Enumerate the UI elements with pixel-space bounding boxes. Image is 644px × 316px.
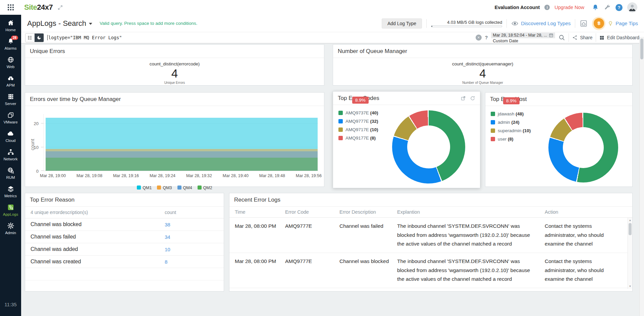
legend-item[interactable]: admin (24) [491,120,632,125]
table-row: Channel was added10 [25,243,224,256]
sidebar-item-applogs[interactable]: AppLogs [0,201,21,219]
x-tick-label: Mar 28, 19:40 [223,173,249,178]
eye-icon [511,20,519,27]
open-in-new-icon[interactable] [461,96,466,101]
share-button[interactable]: Share [572,35,592,40]
sidebar-item-home[interactable]: Home [0,16,21,35]
query-bar-controls: ? Mar 28, 18:52:04 - Mar 28, ... Custom … [476,32,639,43]
sidebar-item-apm[interactable]: APM [0,71,21,90]
expand-icon[interactable] [57,5,63,10]
date-range-picker[interactable]: Mar 28, 18:52:04 - Mar 28, ... Custom Da… [491,32,555,43]
list-view-icon[interactable] [25,34,35,42]
count-link[interactable]: 38 [165,222,218,227]
divider [569,33,569,42]
search-query-input[interactable]: logtype="IBM MQ Error Logs" [47,35,476,40]
page-scrollbar[interactable] [639,37,644,316]
column-header: Time [235,209,285,215]
sidebar-item-label: Metrics [4,194,17,198]
notifications-bell-icon[interactable] [592,4,599,11]
legend-swatch [338,136,343,140]
legend-item[interactable]: AMQ9737E (40) [338,110,480,115]
sidebar-item-vmware[interactable]: VMware [0,108,21,127]
legend-swatch [491,120,495,124]
alarms-badge: 28 [11,36,18,40]
dashboard-home-icon[interactable] [580,19,588,28]
sidebar-item-cloud[interactable]: Cloud [0,127,21,145]
legend-swatch [198,186,202,190]
error-code-cell: AMQ9777E [285,222,339,249]
page-title[interactable]: AppLogs - Search [27,19,92,28]
legend-item[interactable]: QM1 [137,186,152,190]
legend-swatch [491,137,495,141]
info-icon[interactable] [544,5,550,10]
table-scrollbar[interactable]: ▲ ▼ [628,218,632,289]
sidebar-item-alarms[interactable]: 28 Alarms [0,35,21,53]
cloud-icon [7,130,14,137]
page-scrollbar-thumb[interactable] [640,39,643,59]
page-tips[interactable]: Page Tips [592,17,638,30]
share-label: Share [580,35,592,40]
site24x7-logo[interactable]: Site24x7 [24,3,53,12]
table-row[interactable]: Mar 28, 08:00 PMAMQ9777EChannel was fail… [229,218,628,253]
donut-callout: 8.9% [352,97,369,104]
edit-dashboard-button[interactable]: Edit Dashboard [599,35,639,40]
widget-top-error-codes: Top Error Codes AMQ9737E (40)AMQ9777E (3… [333,91,480,188]
network-icon [7,148,14,156]
sidebar-item-admin[interactable]: Admin [0,219,21,238]
upgrade-now-link[interactable]: Upgrade Now [554,5,584,10]
sidebar-item-web[interactable]: Web [0,53,21,71]
widget-unique-errors: Unique Errors count_distinct(errorcode) … [25,44,324,86]
y-tick-label: 20 [34,121,39,126]
header-actions: Add Log Type 4.03 MB/5 GB logs collected… [382,17,638,30]
legend-item[interactable]: superadmin (10) [491,128,632,133]
donut-callout: 8.9% [503,97,520,104]
help-icon[interactable] [615,4,623,11]
date-mode-label: Custom Date [491,38,555,43]
table-row[interactable]: Mar 28, 08:00 PMAMQ9777EChannel was bloc… [229,253,628,288]
legend-item[interactable]: AMQ9717E (10) [338,127,480,132]
add-log-type-button[interactable]: Add Log Type [382,18,422,29]
scrollbar-thumb[interactable] [629,223,632,235]
sidebar-item-rum[interactable]: RUM [0,164,21,182]
scroll-up-icon[interactable]: ▲ [628,219,632,222]
count-link[interactable]: 10 [165,247,218,252]
query-status-message: Valid query. Press space to add more con… [100,21,197,26]
refresh-icon[interactable] [470,96,475,101]
chart-view-icon[interactable] [35,34,44,42]
table-row: Channel was failed34 [25,231,224,243]
query-text: logtype="IBM MQ Error Logs" [48,35,122,40]
widget-recent-error-logs: Recent Error Logs Time Error Code Error … [229,193,633,292]
app-launcher-icon[interactable] [7,4,14,11]
clear-query-icon[interactable] [476,35,482,41]
table-row: Channel was created8 [25,256,224,268]
sidebar-item-server[interactable]: Server [0,90,21,108]
avatar[interactable] [627,2,637,12]
legend-item[interactable]: QM3 [157,186,172,190]
search-icon[interactable] [558,34,565,41]
topbar-right: Evaluation Account Upgrade Now [495,2,637,12]
scroll-down-icon[interactable]: ▼ [628,285,632,288]
discovered-log-types-link[interactable]: Discovered Log Types [511,20,571,27]
usage-meter: 4.03 MB/5 GB logs collected [431,20,502,27]
legend-item[interactable]: AMQ9777E (32) [338,119,480,124]
page-title-text: AppLogs - Search [27,19,86,28]
sidebar-item-label: Cloud [5,139,15,143]
legend-item[interactable]: QM4 [177,186,192,190]
sidebar-item-label: Admin [5,231,16,235]
globe-magnifier-icon [7,167,14,174]
column-header: Action [545,209,632,215]
legend-item[interactable]: user (8) [491,137,632,142]
widget-errors-over-time: Errors over time by Queue Manager count … [25,92,324,187]
bulb-icon [607,20,613,27]
divider [575,19,575,28]
error-description-cell: Channel was failed [339,222,397,249]
sidebar-item-metrics[interactable]: Metrics [0,182,21,201]
sidebar-item-network[interactable]: Network [0,145,21,164]
legend-item[interactable]: jdawash (48) [491,111,632,116]
count-link[interactable]: 8 [165,259,218,265]
legend-item[interactable]: AMQ9177E (8) [338,136,480,141]
legend-item[interactable]: QM2 [198,186,212,190]
tools-wrench-icon[interactable] [604,4,611,11]
count-link[interactable]: 34 [165,234,218,240]
query-help-icon[interactable]: ? [485,35,488,40]
